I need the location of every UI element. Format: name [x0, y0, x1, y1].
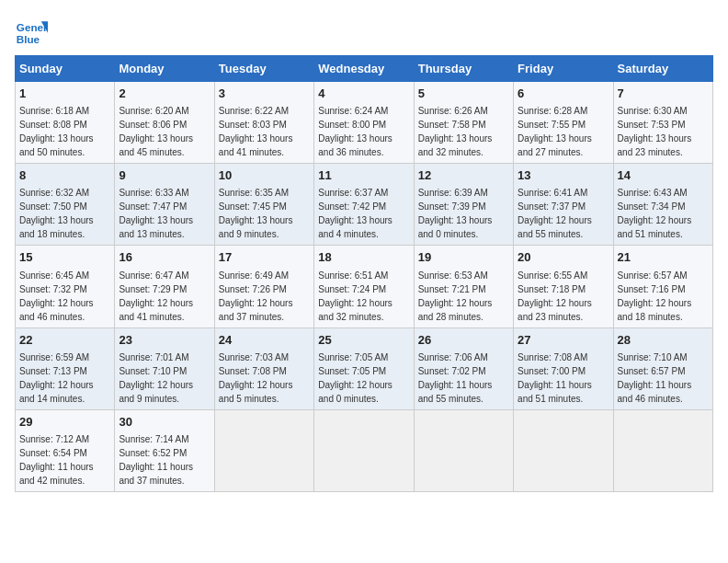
- day-number: 15: [19, 249, 110, 266]
- day-info: Sunrise: 7:12 AMSunset: 6:54 PMDaylight:…: [19, 434, 94, 486]
- day-number: 16: [119, 249, 210, 266]
- calendar-header-row: SundayMondayTuesdayWednesdayThursdayFrid…: [16, 56, 713, 82]
- day-cell: 20 Sunrise: 6:55 AMSunset: 7:18 PMDaylig…: [514, 246, 613, 327]
- day-cell: 2 Sunrise: 6:20 AMSunset: 8:06 PMDayligh…: [115, 82, 214, 164]
- day-number: 24: [219, 332, 310, 349]
- day-cell: 19 Sunrise: 6:53 AMSunset: 7:21 PMDaylig…: [414, 246, 513, 327]
- day-info: Sunrise: 6:33 AMSunset: 7:47 PMDaylight:…: [119, 188, 193, 239]
- day-cell: 30 Sunrise: 7:14 AMSunset: 6:52 PMDaylig…: [115, 409, 214, 491]
- day-number: 9: [119, 167, 210, 184]
- day-cell: 25 Sunrise: 7:05 AMSunset: 7:05 PMDaylig…: [314, 327, 414, 409]
- day-info: Sunrise: 6:51 AMSunset: 7:24 PMDaylight:…: [318, 270, 392, 322]
- col-header-tuesday: Tuesday: [214, 56, 313, 82]
- day-info: Sunrise: 7:14 AMSunset: 6:52 PMDaylight:…: [119, 434, 193, 486]
- day-cell: [514, 409, 613, 491]
- day-cell: 28 Sunrise: 7:10 AMSunset: 6:57 PMDaylig…: [613, 327, 712, 409]
- day-info: Sunrise: 7:10 AMSunset: 6:57 PMDaylight:…: [618, 352, 692, 404]
- day-info: Sunrise: 6:43 AMSunset: 7:34 PMDaylight:…: [618, 188, 692, 239]
- day-number: 26: [418, 332, 509, 349]
- day-cell: 16 Sunrise: 6:47 AMSunset: 7:29 PMDaylig…: [115, 246, 214, 327]
- col-header-thursday: Thursday: [414, 56, 513, 82]
- day-info: Sunrise: 6:59 AMSunset: 7:13 PMDaylight:…: [19, 352, 94, 404]
- day-info: Sunrise: 6:41 AMSunset: 7:37 PMDaylight:…: [518, 188, 592, 239]
- day-cell: 3 Sunrise: 6:22 AMSunset: 8:03 PMDayligh…: [214, 82, 313, 164]
- day-cell: [414, 409, 513, 491]
- day-number: 18: [318, 249, 409, 266]
- day-number: 7: [618, 86, 709, 102]
- day-cell: 18 Sunrise: 6:51 AMSunset: 7:24 PMDaylig…: [314, 246, 414, 327]
- day-number: 30: [119, 414, 210, 431]
- day-number: 12: [418, 167, 509, 184]
- day-cell: [314, 409, 414, 491]
- day-info: Sunrise: 6:22 AMSunset: 8:03 PMDaylight:…: [219, 106, 293, 157]
- day-info: Sunrise: 6:39 AMSunset: 7:39 PMDaylight:…: [418, 188, 493, 239]
- day-info: Sunrise: 6:37 AMSunset: 7:42 PMDaylight:…: [318, 188, 392, 239]
- week-row-4: 22 Sunrise: 6:59 AMSunset: 7:13 PMDaylig…: [16, 327, 713, 409]
- day-info: Sunrise: 6:20 AMSunset: 8:06 PMDaylight:…: [119, 106, 193, 157]
- day-number: 5: [418, 86, 509, 102]
- day-number: 6: [518, 86, 609, 102]
- col-header-friday: Friday: [514, 56, 613, 82]
- day-info: Sunrise: 6:55 AMSunset: 7:18 PMDaylight:…: [518, 270, 592, 322]
- day-number: 8: [19, 167, 110, 184]
- day-number: 22: [19, 332, 110, 349]
- logo: General Blue: [15, 15, 51, 48]
- day-number: 20: [518, 249, 609, 266]
- day-info: Sunrise: 6:26 AMSunset: 7:58 PMDaylight:…: [418, 106, 493, 157]
- day-number: 4: [318, 86, 409, 102]
- day-number: 19: [418, 249, 509, 266]
- day-number: 13: [518, 167, 609, 184]
- day-info: Sunrise: 6:47 AMSunset: 7:29 PMDaylight:…: [119, 270, 193, 322]
- day-cell: 1 Sunrise: 6:18 AMSunset: 8:08 PMDayligh…: [16, 82, 115, 164]
- day-number: 27: [518, 332, 609, 349]
- day-cell: 6 Sunrise: 6:28 AMSunset: 7:55 PMDayligh…: [514, 82, 613, 164]
- col-header-saturday: Saturday: [613, 56, 712, 82]
- day-cell: 5 Sunrise: 6:26 AMSunset: 7:58 PMDayligh…: [414, 82, 513, 164]
- day-info: Sunrise: 6:57 AMSunset: 7:16 PMDaylight:…: [618, 270, 692, 322]
- day-info: Sunrise: 6:24 AMSunset: 8:00 PMDaylight:…: [318, 106, 392, 157]
- page-header: General Blue: [15, 15, 713, 48]
- day-number: 1: [19, 86, 110, 102]
- day-cell: 8 Sunrise: 6:32 AMSunset: 7:50 PMDayligh…: [16, 164, 115, 246]
- day-info: Sunrise: 6:30 AMSunset: 7:53 PMDaylight:…: [618, 106, 692, 157]
- day-cell: 27 Sunrise: 7:08 AMSunset: 7:00 PMDaylig…: [514, 327, 613, 409]
- day-number: 28: [618, 332, 709, 349]
- day-cell: 26 Sunrise: 7:06 AMSunset: 7:02 PMDaylig…: [414, 327, 513, 409]
- day-cell: 13 Sunrise: 6:41 AMSunset: 7:37 PMDaylig…: [514, 164, 613, 246]
- day-cell: 15 Sunrise: 6:45 AMSunset: 7:32 PMDaylig…: [16, 246, 115, 327]
- day-info: Sunrise: 6:28 AMSunset: 7:55 PMDaylight:…: [518, 106, 592, 157]
- day-cell: 21 Sunrise: 6:57 AMSunset: 7:16 PMDaylig…: [613, 246, 712, 327]
- day-number: 10: [219, 167, 310, 184]
- day-cell: 14 Sunrise: 6:43 AMSunset: 7:34 PMDaylig…: [613, 164, 712, 246]
- day-cell: 9 Sunrise: 6:33 AMSunset: 7:47 PMDayligh…: [115, 164, 214, 246]
- day-info: Sunrise: 7:08 AMSunset: 7:00 PMDaylight:…: [518, 352, 592, 404]
- week-row-5: 29 Sunrise: 7:12 AMSunset: 6:54 PMDaylig…: [16, 409, 713, 491]
- day-info: Sunrise: 6:49 AMSunset: 7:26 PMDaylight:…: [219, 270, 293, 322]
- logo-icon: General Blue: [15, 15, 48, 48]
- day-cell: 10 Sunrise: 6:35 AMSunset: 7:45 PMDaylig…: [214, 164, 313, 246]
- week-row-1: 1 Sunrise: 6:18 AMSunset: 8:08 PMDayligh…: [16, 82, 713, 164]
- col-header-wednesday: Wednesday: [314, 56, 414, 82]
- day-info: Sunrise: 7:03 AMSunset: 7:08 PMDaylight:…: [219, 352, 293, 404]
- week-row-3: 15 Sunrise: 6:45 AMSunset: 7:32 PMDaylig…: [16, 246, 713, 327]
- day-number: 23: [119, 332, 210, 349]
- day-cell: 22 Sunrise: 6:59 AMSunset: 7:13 PMDaylig…: [16, 327, 115, 409]
- day-number: 11: [318, 167, 409, 184]
- day-cell: 23 Sunrise: 7:01 AMSunset: 7:10 PMDaylig…: [115, 327, 214, 409]
- calendar-body: 1 Sunrise: 6:18 AMSunset: 8:08 PMDayligh…: [16, 82, 713, 492]
- day-cell: 7 Sunrise: 6:30 AMSunset: 7:53 PMDayligh…: [613, 82, 712, 164]
- col-header-monday: Monday: [115, 56, 214, 82]
- day-number: 17: [219, 249, 310, 266]
- week-row-2: 8 Sunrise: 6:32 AMSunset: 7:50 PMDayligh…: [16, 164, 713, 246]
- day-cell: [613, 409, 712, 491]
- day-cell: 24 Sunrise: 7:03 AMSunset: 7:08 PMDaylig…: [214, 327, 313, 409]
- day-info: Sunrise: 6:18 AMSunset: 8:08 PMDaylight:…: [19, 106, 94, 157]
- col-header-sunday: Sunday: [16, 56, 115, 82]
- day-info: Sunrise: 7:01 AMSunset: 7:10 PMDaylight:…: [119, 352, 193, 404]
- day-number: 21: [618, 249, 709, 266]
- day-cell: 11 Sunrise: 6:37 AMSunset: 7:42 PMDaylig…: [314, 164, 414, 246]
- day-cell: 4 Sunrise: 6:24 AMSunset: 8:00 PMDayligh…: [314, 82, 414, 164]
- day-cell: 17 Sunrise: 6:49 AMSunset: 7:26 PMDaylig…: [214, 246, 313, 327]
- day-number: 3: [219, 86, 310, 102]
- day-info: Sunrise: 7:06 AMSunset: 7:02 PMDaylight:…: [418, 352, 493, 404]
